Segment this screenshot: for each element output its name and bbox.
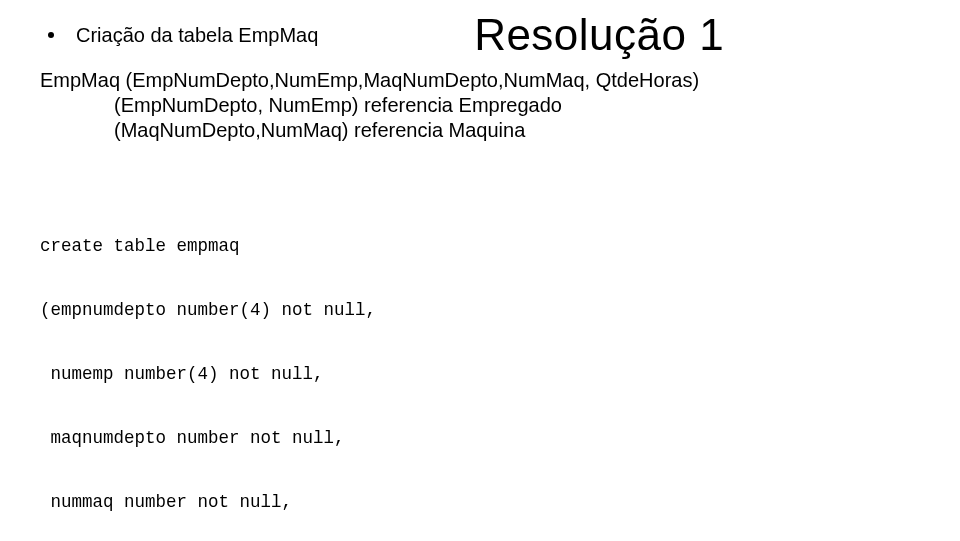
code-line: nummaq number not null, xyxy=(40,492,920,513)
slide-page: Criação da tabela EmpMaq Resolução 1 Emp… xyxy=(0,0,960,541)
title-row: Criação da tabela EmpMaq Resolução 1 xyxy=(40,10,920,60)
bullet-item: Criação da tabela EmpMaq xyxy=(40,24,318,46)
schema-block: EmpMaq (EmpNumDepto,NumEmp,MaqNumDepto,N… xyxy=(40,68,920,143)
schema-line-3: (MaqNumDepto,NumMaq) referencia Maquina xyxy=(40,118,920,143)
code-line: numemp number(4) not null, xyxy=(40,364,920,385)
sql-code-block: create table empmaq (empnumdepto number(… xyxy=(40,193,920,541)
schema-line-1: EmpMaq (EmpNumDepto,NumEmp,MaqNumDepto,N… xyxy=(40,68,920,93)
schema-line-2: (EmpNumDepto, NumEmp) referencia Emprega… xyxy=(40,93,920,118)
code-line: maqnumdepto number not null, xyxy=(40,428,920,449)
code-line: (empnumdepto number(4) not null, xyxy=(40,300,920,321)
page-title: Resolução 1 xyxy=(278,10,920,60)
bullet-dot-icon xyxy=(48,32,54,38)
code-line: create table empmaq xyxy=(40,236,920,257)
